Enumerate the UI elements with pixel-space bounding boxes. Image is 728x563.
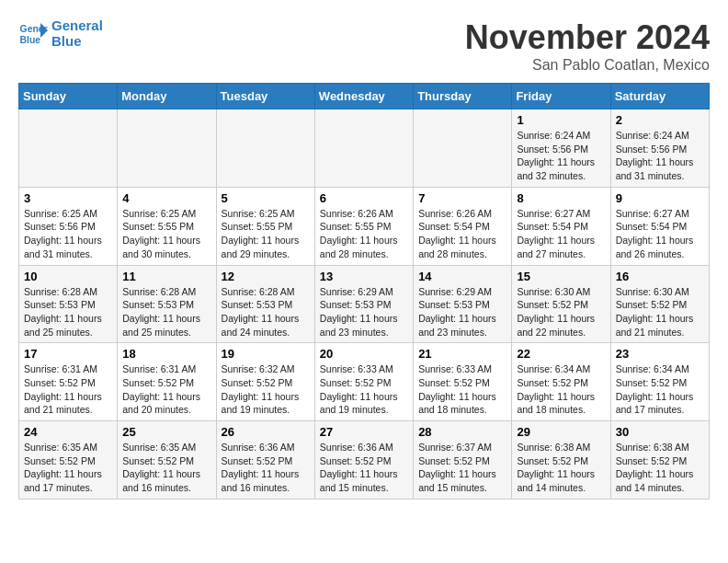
calendar-cell: 11Sunrise: 6:28 AM Sunset: 5:53 PM Dayli… [118,265,216,343]
day-number: 17 [24,347,112,361]
day-info: Sunrise: 6:30 AM Sunset: 5:52 PM Dayligh… [517,285,605,339]
day-info: Sunrise: 6:36 AM Sunset: 5:52 PM Dayligh… [222,441,310,495]
day-number: 4 [122,191,210,205]
day-number: 2 [616,113,704,127]
day-number: 9 [616,191,704,205]
weekday-header-saturday: Saturday [610,84,709,109]
calendar-week-4: 24Sunrise: 6:35 AM Sunset: 5:52 PM Dayli… [19,421,710,500]
calendar-cell: 30Sunrise: 6:38 AM Sunset: 5:52 PM Dayli… [610,421,709,500]
calendar-table: SundayMondayTuesdayWednesdayThursdayFrid… [18,83,710,500]
calendar-week-2: 10Sunrise: 6:28 AM Sunset: 5:53 PM Dayli… [19,265,710,343]
day-number: 5 [222,191,310,205]
calendar-cell: 5Sunrise: 6:25 AM Sunset: 5:55 PM Daylig… [216,187,314,265]
calendar-cell: 25Sunrise: 6:35 AM Sunset: 5:52 PM Dayli… [118,421,216,500]
day-info: Sunrise: 6:25 AM Sunset: 5:56 PM Dayligh… [24,207,112,261]
calendar-cell: 29Sunrise: 6:38 AM Sunset: 5:52 PM Dayli… [512,421,610,500]
day-info: Sunrise: 6:38 AM Sunset: 5:52 PM Dayligh… [517,441,605,495]
weekday-header-thursday: Thursday [414,84,512,109]
day-info: Sunrise: 6:31 AM Sunset: 5:52 PM Dayligh… [24,362,112,417]
day-number: 12 [222,270,310,283]
calendar-cell: 2Sunrise: 6:24 AM Sunset: 5:56 PM Daylig… [610,109,709,188]
calendar-cell: 23Sunrise: 6:34 AM Sunset: 5:52 PM Dayli… [610,343,709,421]
day-info: Sunrise: 6:25 AM Sunset: 5:55 PM Dayligh… [122,207,210,261]
day-number: 16 [616,270,704,283]
calendar-cell [314,109,413,188]
day-number: 7 [418,191,506,205]
calendar-cell: 22Sunrise: 6:34 AM Sunset: 5:52 PM Dayli… [512,343,610,421]
day-info: Sunrise: 6:27 AM Sunset: 5:54 PM Dayligh… [616,207,704,261]
day-info: Sunrise: 6:36 AM Sunset: 5:52 PM Dayligh… [320,441,408,495]
weekday-header-row: SundayMondayTuesdayWednesdayThursdayFrid… [19,84,710,109]
logo-line1: General [51,18,103,34]
logo-icon: General Blue [18,19,48,49]
calendar-cell: 17Sunrise: 6:31 AM Sunset: 5:52 PM Dayli… [19,343,118,421]
day-info: Sunrise: 6:31 AM Sunset: 5:52 PM Dayligh… [122,362,210,417]
day-number: 26 [222,425,310,439]
day-info: Sunrise: 6:33 AM Sunset: 5:52 PM Dayligh… [418,362,506,417]
day-number: 19 [222,347,310,361]
day-info: Sunrise: 6:29 AM Sunset: 5:53 PM Dayligh… [320,285,408,339]
day-info: Sunrise: 6:29 AM Sunset: 5:53 PM Dayligh… [418,285,506,339]
day-info: Sunrise: 6:34 AM Sunset: 5:52 PM Dayligh… [616,362,704,417]
calendar-cell: 20Sunrise: 6:33 AM Sunset: 5:52 PM Dayli… [314,343,413,421]
day-number: 13 [320,270,408,283]
weekday-header-sunday: Sunday [19,84,118,109]
weekday-header-tuesday: Tuesday [216,84,314,109]
day-info: Sunrise: 6:24 AM Sunset: 5:56 PM Dayligh… [616,129,704,183]
calendar-cell: 24Sunrise: 6:35 AM Sunset: 5:52 PM Dayli… [19,421,118,500]
calendar-cell: 15Sunrise: 6:30 AM Sunset: 5:52 PM Dayli… [512,265,610,343]
calendar-cell: 16Sunrise: 6:30 AM Sunset: 5:52 PM Dayli… [610,265,709,343]
day-number: 24 [24,425,112,439]
day-number: 25 [122,425,210,439]
day-info: Sunrise: 6:33 AM Sunset: 5:52 PM Dayligh… [320,362,408,417]
day-info: Sunrise: 6:37 AM Sunset: 5:52 PM Dayligh… [418,441,506,495]
calendar-cell: 28Sunrise: 6:37 AM Sunset: 5:52 PM Dayli… [414,421,512,500]
day-number: 10 [24,270,112,283]
day-info: Sunrise: 6:32 AM Sunset: 5:52 PM Dayligh… [222,362,310,417]
location-subtitle: San Pablo Coatlan, Mexico [465,57,710,74]
day-info: Sunrise: 6:35 AM Sunset: 5:52 PM Dayligh… [24,441,112,495]
weekday-header-monday: Monday [118,84,216,109]
day-number: 28 [418,425,506,439]
day-info: Sunrise: 6:28 AM Sunset: 5:53 PM Dayligh… [24,285,112,339]
day-number: 20 [320,347,408,361]
calendar-week-1: 3Sunrise: 6:25 AM Sunset: 5:56 PM Daylig… [19,187,710,265]
calendar-cell: 13Sunrise: 6:29 AM Sunset: 5:53 PM Dayli… [314,265,413,343]
month-title: November 2024 [465,18,710,57]
page-header: General Blue General Blue November 2024 … [18,18,710,74]
calendar-cell: 12Sunrise: 6:28 AM Sunset: 5:53 PM Dayli… [216,265,314,343]
calendar-week-0: 1Sunrise: 6:24 AM Sunset: 5:56 PM Daylig… [19,109,710,188]
day-number: 30 [616,425,704,439]
calendar-cell: 1Sunrise: 6:24 AM Sunset: 5:56 PM Daylig… [512,109,610,188]
calendar-cell: 10Sunrise: 6:28 AM Sunset: 5:53 PM Dayli… [19,265,118,343]
calendar-cell: 4Sunrise: 6:25 AM Sunset: 5:55 PM Daylig… [118,187,216,265]
calendar-cell: 27Sunrise: 6:36 AM Sunset: 5:52 PM Dayli… [314,421,413,500]
weekday-header-wednesday: Wednesday [314,84,413,109]
calendar-cell: 7Sunrise: 6:26 AM Sunset: 5:54 PM Daylig… [414,187,512,265]
day-number: 27 [320,425,408,439]
day-info: Sunrise: 6:30 AM Sunset: 5:52 PM Dayligh… [616,285,704,339]
calendar-cell [216,109,314,188]
weekday-header-friday: Friday [512,84,610,109]
calendar-cell [414,109,512,188]
logo-line2: Blue [51,34,103,50]
day-info: Sunrise: 6:26 AM Sunset: 5:55 PM Dayligh… [320,207,408,261]
day-info: Sunrise: 6:25 AM Sunset: 5:55 PM Dayligh… [222,207,310,261]
title-block: November 2024 San Pablo Coatlan, Mexico [465,18,710,74]
calendar-cell: 8Sunrise: 6:27 AM Sunset: 5:54 PM Daylig… [512,187,610,265]
calendar-cell: 21Sunrise: 6:33 AM Sunset: 5:52 PM Dayli… [414,343,512,421]
calendar-week-3: 17Sunrise: 6:31 AM Sunset: 5:52 PM Dayli… [19,343,710,421]
calendar-cell: 9Sunrise: 6:27 AM Sunset: 5:54 PM Daylig… [610,187,709,265]
calendar-cell [19,109,118,188]
day-number: 22 [517,347,605,361]
logo: General Blue General Blue [18,18,103,49]
calendar-cell [118,109,216,188]
day-number: 15 [517,270,605,283]
calendar-cell: 18Sunrise: 6:31 AM Sunset: 5:52 PM Dayli… [118,343,216,421]
day-info: Sunrise: 6:34 AM Sunset: 5:52 PM Dayligh… [517,362,605,417]
day-number: 1 [517,113,605,127]
day-number: 23 [616,347,704,361]
day-info: Sunrise: 6:24 AM Sunset: 5:56 PM Dayligh… [517,129,605,183]
calendar-cell: 26Sunrise: 6:36 AM Sunset: 5:52 PM Dayli… [216,421,314,500]
day-number: 21 [418,347,506,361]
